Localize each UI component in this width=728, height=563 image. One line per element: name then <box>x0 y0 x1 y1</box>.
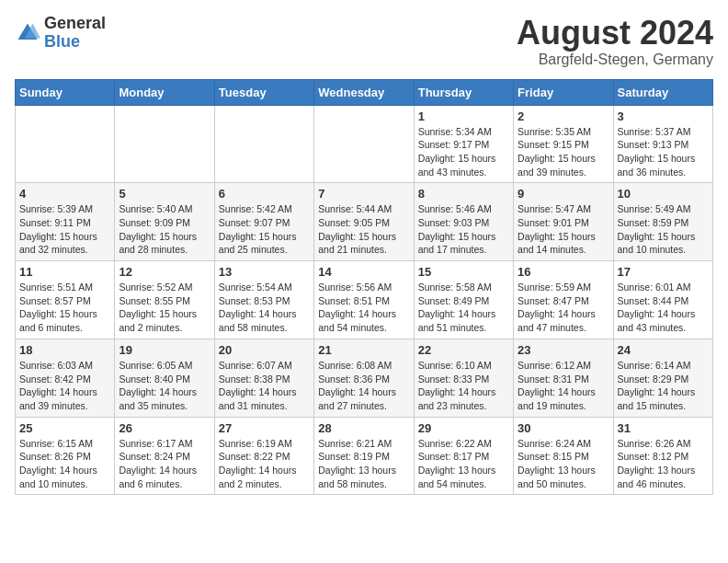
calendar-day-header: Friday <box>514 79 613 105</box>
calendar-cell: 12Sunrise: 5:52 AM Sunset: 8:55 PM Dayli… <box>115 261 214 339</box>
day-number: 4 <box>19 187 110 201</box>
calendar-cell: 16Sunrise: 5:59 AM Sunset: 8:47 PM Dayli… <box>514 261 613 339</box>
calendar-day-header: Thursday <box>414 79 513 105</box>
day-number: 5 <box>119 187 210 201</box>
calendar-day-header: Monday <box>115 79 214 105</box>
day-number: 15 <box>418 265 509 279</box>
day-number: 10 <box>618 187 709 201</box>
calendar-cell: 18Sunrise: 6:03 AM Sunset: 8:42 PM Dayli… <box>16 339 115 417</box>
day-info: Sunrise: 5:40 AM Sunset: 9:09 PM Dayligh… <box>119 202 210 257</box>
calendar-cell: 13Sunrise: 5:54 AM Sunset: 8:53 PM Dayli… <box>214 261 313 339</box>
calendar-cell: 27Sunrise: 6:19 AM Sunset: 8:22 PM Dayli… <box>214 417 313 495</box>
day-info: Sunrise: 6:05 AM Sunset: 8:40 PM Dayligh… <box>119 359 210 413</box>
month-title: August 2024 <box>517 15 713 52</box>
calendar-cell: 9Sunrise: 5:47 AM Sunset: 9:01 PM Daylig… <box>514 183 613 261</box>
day-number: 30 <box>518 421 609 435</box>
day-number: 14 <box>318 265 409 279</box>
calendar-day-header: Wednesday <box>314 79 414 105</box>
day-info: Sunrise: 5:46 AM Sunset: 9:03 PM Dayligh… <box>418 202 509 257</box>
day-info: Sunrise: 6:10 AM Sunset: 8:33 PM Dayligh… <box>418 359 509 413</box>
page-header: General Blue August 2024 Bargfeld-Stegen… <box>15 15 713 68</box>
day-number: 26 <box>119 421 210 435</box>
calendar-cell: 7Sunrise: 5:44 AM Sunset: 9:05 PM Daylig… <box>314 183 414 261</box>
calendar-week-row: 25Sunrise: 6:15 AM Sunset: 8:26 PM Dayli… <box>16 417 713 495</box>
calendar-cell: 23Sunrise: 6:12 AM Sunset: 8:31 PM Dayli… <box>514 339 613 417</box>
logo-general: General <box>44 15 106 33</box>
day-number: 28 <box>318 421 409 435</box>
day-number: 9 <box>518 187 609 201</box>
calendar-cell <box>16 105 115 183</box>
calendar-cell: 31Sunrise: 6:26 AM Sunset: 8:12 PM Dayli… <box>613 417 712 495</box>
day-info: Sunrise: 6:24 AM Sunset: 8:15 PM Dayligh… <box>518 437 609 491</box>
day-info: Sunrise: 5:44 AM Sunset: 9:05 PM Dayligh… <box>318 202 409 257</box>
day-info: Sunrise: 6:26 AM Sunset: 8:12 PM Dayligh… <box>618 437 709 491</box>
day-info: Sunrise: 5:56 AM Sunset: 8:51 PM Dayligh… <box>318 281 409 335</box>
day-info: Sunrise: 5:51 AM Sunset: 8:57 PM Dayligh… <box>19 281 110 335</box>
day-number: 2 <box>518 109 609 123</box>
day-info: Sunrise: 6:03 AM Sunset: 8:42 PM Dayligh… <box>19 359 110 413</box>
logo-icon <box>15 20 40 46</box>
day-number: 8 <box>418 187 509 201</box>
day-number: 29 <box>418 421 509 435</box>
day-info: Sunrise: 6:19 AM Sunset: 8:22 PM Dayligh… <box>219 437 310 491</box>
calendar-week-row: 18Sunrise: 6:03 AM Sunset: 8:42 PM Dayli… <box>16 339 713 417</box>
logo: General Blue <box>15 15 106 52</box>
logo-blue: Blue <box>44 33 106 52</box>
calendar-cell <box>314 105 414 183</box>
day-info: Sunrise: 6:21 AM Sunset: 8:19 PM Dayligh… <box>318 437 409 491</box>
calendar-cell: 26Sunrise: 6:17 AM Sunset: 8:24 PM Dayli… <box>115 417 214 495</box>
day-number: 7 <box>318 187 409 201</box>
day-number: 22 <box>418 343 509 357</box>
calendar-week-row: 1Sunrise: 5:34 AM Sunset: 9:17 PM Daylig… <box>16 105 713 183</box>
calendar-header: SundayMondayTuesdayWednesdayThursdayFrid… <box>16 79 713 105</box>
day-info: Sunrise: 5:47 AM Sunset: 9:01 PM Dayligh… <box>518 202 609 257</box>
day-info: Sunrise: 5:59 AM Sunset: 8:47 PM Dayligh… <box>518 281 609 335</box>
calendar-cell: 11Sunrise: 5:51 AM Sunset: 8:57 PM Dayli… <box>16 261 115 339</box>
day-number: 19 <box>119 343 210 357</box>
day-number: 17 <box>618 265 709 279</box>
day-info: Sunrise: 6:15 AM Sunset: 8:26 PM Dayligh… <box>19 437 110 491</box>
day-number: 3 <box>618 109 709 123</box>
day-info: Sunrise: 5:54 AM Sunset: 8:53 PM Dayligh… <box>219 281 310 335</box>
calendar-week-row: 4Sunrise: 5:39 AM Sunset: 9:11 PM Daylig… <box>16 183 713 261</box>
day-info: Sunrise: 5:49 AM Sunset: 8:59 PM Dayligh… <box>618 202 709 257</box>
day-number: 11 <box>19 265 110 279</box>
location-title: Bargfeld-Stegen, Germany <box>517 52 713 68</box>
day-number: 12 <box>119 265 210 279</box>
day-number: 18 <box>19 343 110 357</box>
calendar-cell: 5Sunrise: 5:40 AM Sunset: 9:09 PM Daylig… <box>115 183 214 261</box>
day-number: 16 <box>518 265 609 279</box>
day-number: 21 <box>318 343 409 357</box>
calendar-cell: 19Sunrise: 6:05 AM Sunset: 8:40 PM Dayli… <box>115 339 214 417</box>
calendar-cell <box>214 105 313 183</box>
calendar-cell: 6Sunrise: 5:42 AM Sunset: 9:07 PM Daylig… <box>214 183 313 261</box>
calendar-cell: 3Sunrise: 5:37 AM Sunset: 9:13 PM Daylig… <box>613 105 712 183</box>
day-number: 13 <box>219 265 310 279</box>
calendar-table: SundayMondayTuesdayWednesdayThursdayFrid… <box>15 79 713 496</box>
day-info: Sunrise: 6:17 AM Sunset: 8:24 PM Dayligh… <box>119 437 210 491</box>
calendar-cell: 14Sunrise: 5:56 AM Sunset: 8:51 PM Dayli… <box>314 261 414 339</box>
calendar-day-header: Sunday <box>16 79 115 105</box>
day-number: 6 <box>219 187 310 201</box>
day-info: Sunrise: 5:42 AM Sunset: 9:07 PM Dayligh… <box>219 202 310 257</box>
calendar-cell: 25Sunrise: 6:15 AM Sunset: 8:26 PM Dayli… <box>16 417 115 495</box>
title-block: August 2024 Bargfeld-Stegen, Germany <box>517 15 713 68</box>
day-info: Sunrise: 5:37 AM Sunset: 9:13 PM Dayligh… <box>618 125 709 179</box>
day-number: 25 <box>19 421 110 435</box>
calendar-cell: 8Sunrise: 5:46 AM Sunset: 9:03 PM Daylig… <box>414 183 513 261</box>
day-number: 24 <box>618 343 709 357</box>
day-info: Sunrise: 5:34 AM Sunset: 9:17 PM Dayligh… <box>418 125 509 179</box>
calendar-cell: 4Sunrise: 5:39 AM Sunset: 9:11 PM Daylig… <box>16 183 115 261</box>
calendar-week-row: 11Sunrise: 5:51 AM Sunset: 8:57 PM Dayli… <box>16 261 713 339</box>
calendar-cell: 20Sunrise: 6:07 AM Sunset: 8:38 PM Dayli… <box>214 339 313 417</box>
calendar-cell: 30Sunrise: 6:24 AM Sunset: 8:15 PM Dayli… <box>514 417 613 495</box>
calendar-cell: 24Sunrise: 6:14 AM Sunset: 8:29 PM Dayli… <box>613 339 712 417</box>
calendar-day-header: Tuesday <box>214 79 313 105</box>
calendar-cell: 1Sunrise: 5:34 AM Sunset: 9:17 PM Daylig… <box>414 105 513 183</box>
day-info: Sunrise: 6:07 AM Sunset: 8:38 PM Dayligh… <box>219 359 310 413</box>
calendar-cell: 22Sunrise: 6:10 AM Sunset: 8:33 PM Dayli… <box>414 339 513 417</box>
day-info: Sunrise: 6:01 AM Sunset: 8:44 PM Dayligh… <box>618 281 709 335</box>
day-info: Sunrise: 6:22 AM Sunset: 8:17 PM Dayligh… <box>418 437 509 491</box>
day-info: Sunrise: 6:14 AM Sunset: 8:29 PM Dayligh… <box>618 359 709 413</box>
day-number: 20 <box>219 343 310 357</box>
